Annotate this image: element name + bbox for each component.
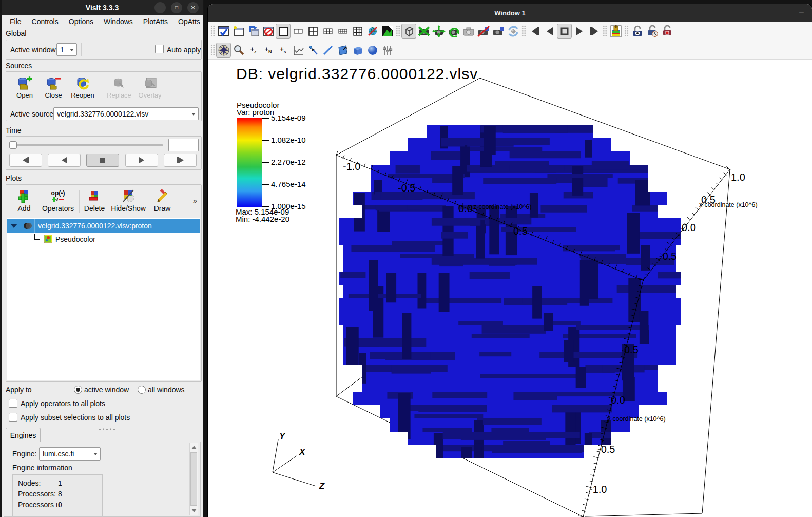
recenter-view-icon[interactable] <box>431 24 446 39</box>
apply-operators-checkbox[interactable] <box>9 399 17 408</box>
render-canvas[interactable]: DB: velgrid.332776.0000122.vlsv Pseudoco… <box>208 60 812 517</box>
menu-controls[interactable]: Controls <box>27 16 64 27</box>
time-slider-groove[interactable] <box>11 144 163 146</box>
menu-file[interactable]: File <box>5 16 27 27</box>
add-plot-button[interactable]: Add <box>12 188 36 216</box>
node-pick-icon[interactable]: +N <box>261 43 276 58</box>
time-stop-button[interactable] <box>86 154 119 167</box>
fullframe-mode-icon[interactable] <box>380 24 395 39</box>
apply-subset-checkbox[interactable] <box>9 413 17 422</box>
zone-pick-icon[interactable]: ++zz <box>246 43 261 58</box>
menu-plotatts[interactable]: PlotAtts <box>138 16 173 27</box>
operators-button[interactable]: op(•) Operators <box>38 188 78 216</box>
lineout-mode-icon[interactable] <box>291 43 305 58</box>
line-tool-icon[interactable] <box>320 43 335 58</box>
axis-restriction-icon[interactable] <box>380 43 395 58</box>
viewer-stop-button[interactable] <box>557 24 572 39</box>
menu-options[interactable]: Options <box>64 16 99 27</box>
plot-visibility-icon[interactable] <box>21 219 35 233</box>
layout-2x3-icon[interactable] <box>320 24 335 39</box>
time-text-field[interactable] <box>168 139 199 151</box>
zoom-mode-icon[interactable] <box>231 43 246 58</box>
draw-plots-button[interactable]: Draw <box>150 188 175 216</box>
plot-list-selected-row[interactable]: velgrid.332776.0000122.vlsv:proton <box>7 219 200 233</box>
reopen-source-button[interactable]: Reopen <box>68 76 98 103</box>
plane-tool-icon[interactable] <box>335 43 350 58</box>
toolbar-grip[interactable] <box>210 44 215 56</box>
y-tick-label: 0.5 <box>624 344 639 355</box>
apply-all-windows-radio[interactable] <box>138 386 146 394</box>
expand-plot-icon[interactable] <box>7 219 21 233</box>
layout-3x3-icon[interactable] <box>350 24 365 39</box>
close-source-button[interactable]: Close <box>40 76 67 103</box>
viewer-play-reverse-button[interactable] <box>542 24 557 39</box>
undo-view-icon[interactable] <box>446 24 461 39</box>
delete-plot-button[interactable]: Delete <box>81 188 108 216</box>
time-step-back-button[interactable] <box>9 154 42 167</box>
time-slider-handle[interactable] <box>9 141 17 149</box>
lock-tools-icon[interactable] <box>660 24 674 39</box>
viewer-minimize-icon[interactable]: – <box>799 7 804 16</box>
new-window-icon[interactable] <box>231 24 246 39</box>
toolbar-overflow-icon[interactable]: » <box>193 196 197 205</box>
set-view-icon[interactable] <box>491 24 506 39</box>
toolbar-grip[interactable] <box>521 25 526 37</box>
minimize-icon[interactable]: – <box>154 2 166 13</box>
scroll-thumb[interactable] <box>190 452 197 506</box>
scroll-up-icon[interactable] <box>191 446 197 449</box>
scroll-down-icon[interactable] <box>191 509 197 512</box>
spreadsheet-pick-icon[interactable]: +s <box>276 43 291 58</box>
time-play-button[interactable] <box>125 154 158 167</box>
viewer-play-button[interactable] <box>572 24 587 39</box>
viewer-step-back-button[interactable] <box>527 24 542 39</box>
close-icon[interactable]: ✕ <box>187 2 199 13</box>
box-tool-icon[interactable] <box>350 43 365 58</box>
layout-2x2-icon[interactable] <box>305 24 320 39</box>
replace-source-button[interactable]: Replace <box>105 76 133 103</box>
auto-apply-checkbox[interactable] <box>155 45 164 53</box>
delete-views-icon[interactable] <box>476 24 491 39</box>
engines-scrollbar[interactable] <box>189 443 198 515</box>
menu-windows[interactable]: Windows <box>99 16 138 27</box>
clear-plots-icon[interactable] <box>608 24 623 39</box>
splitter-handle[interactable] <box>98 428 117 430</box>
lock-view-icon[interactable] <box>630 24 645 39</box>
active-source-combo[interactable]: velgrid.332776.0000122.vlsv <box>53 107 199 120</box>
spin-mode-icon[interactable] <box>365 24 380 39</box>
viewer-titlebar[interactable]: Window 1 – <box>208 4 812 22</box>
toolbar-grip[interactable] <box>624 25 629 37</box>
layout-1x1-icon[interactable] <box>276 24 291 39</box>
clone-window-icon[interactable] <box>246 24 261 39</box>
plot-type-label[interactable]: Pseudocolor <box>55 235 95 243</box>
toolbar-grip[interactable] <box>210 25 215 37</box>
delete-window-icon[interactable] <box>261 24 276 39</box>
toolbar-grip[interactable] <box>603 25 607 37</box>
pick-mode-icon[interactable] <box>305 43 320 58</box>
apply-operators-label: Apply operators to all plots <box>21 399 105 408</box>
time-play-reverse-button[interactable] <box>48 154 81 167</box>
perspective-view-icon[interactable] <box>401 24 416 39</box>
active-window-toggle-icon[interactable] <box>216 24 231 39</box>
engine-combo[interactable]: lumi.csc.fi <box>39 447 101 461</box>
active-window-combo[interactable]: 1 <box>56 43 77 56</box>
apply-active-window-radio[interactable] <box>74 386 82 394</box>
navigate-mode-icon[interactable] <box>216 43 231 58</box>
layout-1x2-icon[interactable] <box>291 24 305 39</box>
maximize-icon[interactable]: □ <box>171 2 182 13</box>
layout-2x4-icon[interactable] <box>335 24 350 39</box>
center-of-rotation-icon[interactable] <box>506 24 520 39</box>
save-view-icon[interactable] <box>461 24 476 39</box>
tab-engines[interactable]: Engines <box>6 428 41 442</box>
hide-show-plot-button[interactable]: Hide/Show <box>109 188 148 216</box>
reset-view-icon[interactable] <box>416 24 431 39</box>
open-source-button[interactable]: Open <box>11 76 38 103</box>
overlay-source-button[interactable]: Overlay <box>136 76 164 103</box>
app-titlebar[interactable]: VisIt 3.3.3 – □ ✕ <box>2 0 203 15</box>
lock-time-icon[interactable] <box>645 24 660 39</box>
toolbar-grip[interactable] <box>396 25 400 37</box>
engine-information-label: Engine information <box>12 464 72 472</box>
sphere-tool-icon[interactable] <box>365 43 380 58</box>
menu-opatts[interactable]: OpAtts <box>173 16 205 27</box>
viewer-step-forward-button[interactable] <box>587 24 602 39</box>
time-step-forward-button[interactable] <box>164 154 197 167</box>
